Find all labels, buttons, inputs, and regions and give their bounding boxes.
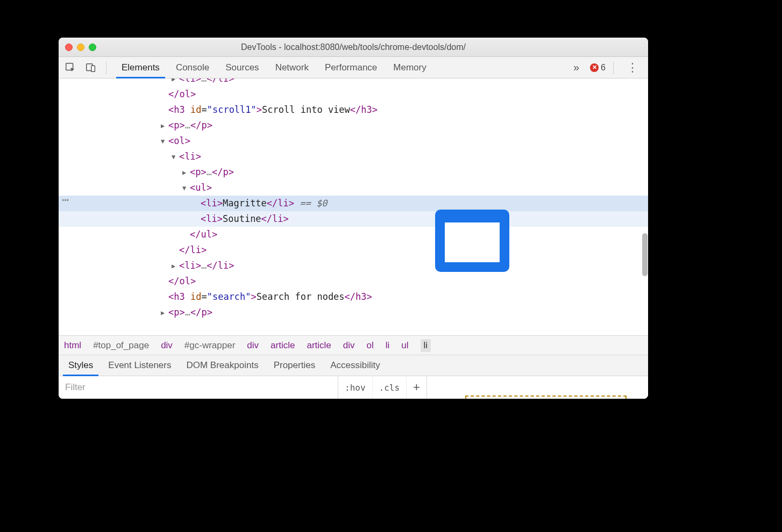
tree-spacer bbox=[193, 212, 201, 227]
breadcrumb-item[interactable]: li bbox=[421, 339, 431, 352]
styles-subtabs: StylesEvent ListenersDOM BreakpointsProp… bbox=[59, 355, 648, 376]
tab-network[interactable]: Network bbox=[268, 57, 316, 78]
svg-rect-2 bbox=[91, 66, 95, 71]
expand-icon[interactable] bbox=[172, 258, 179, 274]
panel-tabs: ElementsConsoleSourcesNetworkPerformance… bbox=[114, 57, 563, 78]
dom-node-row[interactable]: <ul> bbox=[59, 180, 648, 196]
collapse-icon[interactable] bbox=[182, 181, 190, 196]
dom-node-html: <li>…</li> bbox=[179, 78, 234, 84]
tree-spacer bbox=[161, 87, 168, 102]
inspect-element-icon[interactable] bbox=[63, 60, 78, 75]
dom-node-row[interactable]: </ul> bbox=[59, 227, 648, 242]
close-window-button[interactable] bbox=[65, 44, 73, 51]
dom-node-html: </ul> bbox=[190, 229, 217, 240]
dom-node-row[interactable]: <p>…</p> bbox=[59, 118, 648, 133]
toolbar-separator bbox=[613, 61, 614, 74]
subtab-properties[interactable]: Properties bbox=[266, 355, 323, 376]
tree-spacer bbox=[161, 290, 168, 305]
breadcrumb-item[interactable]: ul bbox=[401, 340, 408, 351]
expand-icon[interactable] bbox=[172, 78, 179, 87]
toolbar-separator bbox=[106, 61, 106, 74]
tab-memory[interactable]: Memory bbox=[386, 57, 433, 78]
error-icon: ✕ bbox=[590, 63, 599, 72]
dom-node-row[interactable]: <li>Soutine</li> bbox=[59, 211, 648, 227]
traffic-lights bbox=[65, 44, 96, 51]
dom-node-html: </li> bbox=[179, 245, 207, 255]
dom-node-html: </ol> bbox=[168, 276, 196, 286]
selected-row-marker: … bbox=[62, 190, 70, 205]
subtab-dom-breakpoints[interactable]: DOM Breakpoints bbox=[179, 355, 266, 376]
dom-node-row[interactable]: <h3 id="search">Search for nodes</h3> bbox=[59, 289, 648, 305]
breadcrumb-bar: html#top_of_pagediv#gc-wrapperdivarticle… bbox=[59, 335, 648, 355]
error-count[interactable]: ✕ 6 bbox=[590, 63, 606, 73]
dom-node-row[interactable]: <h3 id="scroll1">Scroll into view</h3> bbox=[59, 102, 648, 118]
breadcrumb-item[interactable]: ol bbox=[367, 340, 374, 351]
cls-toggle[interactable]: .cls bbox=[373, 376, 407, 399]
window-title: DevTools - localhost:8080/web/tools/chro… bbox=[59, 42, 648, 52]
subtab-accessibility[interactable]: Accessibility bbox=[323, 355, 388, 376]
breadcrumb-item[interactable]: div bbox=[161, 340, 173, 351]
dom-node-row[interactable]: </li> bbox=[59, 242, 648, 258]
dom-node-row[interactable]: <li> bbox=[59, 149, 648, 164]
tab-performance[interactable]: Performance bbox=[317, 57, 385, 78]
tab-console[interactable]: Console bbox=[168, 57, 217, 78]
dom-node-html: <h3 id="scroll1">Scroll into view</h3> bbox=[168, 104, 378, 115]
dom-node-html: <p>…</p> bbox=[168, 307, 212, 318]
styles-filter-input[interactable] bbox=[59, 376, 338, 399]
maximize-window-button[interactable] bbox=[89, 44, 96, 51]
tab-sources[interactable]: Sources bbox=[218, 57, 266, 78]
device-toggle-icon[interactable] bbox=[83, 60, 98, 75]
dom-node-html: <ul> bbox=[190, 182, 212, 193]
dom-node-row[interactable]: <p>…</p> bbox=[59, 305, 648, 320]
breadcrumb-item[interactable]: div bbox=[343, 340, 355, 351]
dom-node-row[interactable]: </ol> bbox=[59, 87, 648, 102]
expand-icon[interactable] bbox=[182, 165, 190, 180]
dom-node-row[interactable]: <p>…</p> bbox=[59, 164, 648, 180]
dom-node-html: </ol> bbox=[168, 89, 196, 99]
tree-spacer bbox=[161, 274, 168, 289]
dom-tree-panel[interactable]: <li>…</li> </ol> <h3 id="scroll1">Scroll… bbox=[59, 78, 648, 335]
tree-spacer bbox=[182, 227, 190, 242]
breadcrumb-item[interactable]: div bbox=[247, 340, 259, 351]
scrollbar-thumb[interactable] bbox=[642, 233, 648, 276]
breadcrumb-item[interactable]: li bbox=[386, 340, 390, 351]
dom-node-html: <h3 id="search">Search for nodes</h3> bbox=[168, 291, 372, 302]
breadcrumb-item[interactable]: article bbox=[307, 340, 331, 351]
dom-node-row[interactable]: <li>Magritte</li> == $0 bbox=[59, 196, 648, 211]
more-tabs-button[interactable]: » bbox=[568, 61, 585, 74]
minimize-window-button[interactable] bbox=[77, 44, 84, 51]
breadcrumb-item[interactable]: article bbox=[271, 340, 295, 351]
collapse-icon[interactable] bbox=[161, 134, 168, 149]
hov-toggle[interactable]: :hov bbox=[338, 376, 373, 399]
expand-icon[interactable] bbox=[161, 305, 168, 320]
dom-node-html: <p>…</p> bbox=[168, 120, 212, 131]
breadcrumb-item[interactable]: #top_of_page bbox=[93, 340, 149, 351]
tree-spacer bbox=[161, 103, 168, 118]
dom-node-row[interactable]: </ol> bbox=[59, 274, 648, 289]
error-count-value: 6 bbox=[601, 63, 606, 73]
breadcrumb-item[interactable]: #gc-wrapper bbox=[184, 340, 236, 351]
tab-elements[interactable]: Elements bbox=[114, 57, 167, 78]
styles-toolbar: :hov .cls + bbox=[59, 376, 648, 399]
collapse-icon[interactable] bbox=[172, 149, 179, 164]
subtab-styles[interactable]: Styles bbox=[61, 355, 101, 376]
main-toolbar: ElementsConsoleSourcesNetworkPerformance… bbox=[59, 57, 648, 78]
dom-node-html: <ol> bbox=[168, 135, 190, 146]
expand-icon[interactable] bbox=[161, 118, 168, 133]
subtab-event-listeners[interactable]: Event Listeners bbox=[101, 355, 179, 376]
dom-node-row[interactable]: <ol> bbox=[59, 133, 648, 149]
devtools-window: DevTools - localhost:8080/web/tools/chro… bbox=[59, 38, 648, 399]
tree-spacer bbox=[193, 196, 201, 211]
dom-node-row[interactable]: <li>…</li> bbox=[59, 258, 648, 274]
blue-overlay-square bbox=[435, 210, 509, 272]
scrollbar[interactable] bbox=[641, 120, 648, 271]
dom-node-html: <li>…</li> bbox=[179, 260, 234, 271]
kebab-menu-icon[interactable]: ⋮ bbox=[621, 61, 644, 75]
titlebar: DevTools - localhost:8080/web/tools/chro… bbox=[59, 38, 648, 57]
new-style-rule-button[interactable]: + bbox=[407, 380, 426, 394]
tree-spacer bbox=[172, 243, 179, 258]
dom-node-html: <li>Soutine</li> bbox=[201, 213, 289, 224]
box-model-fragment bbox=[465, 396, 627, 399]
breadcrumb-item[interactable]: html bbox=[64, 340, 81, 351]
dom-node-row[interactable]: <li>…</li> bbox=[59, 78, 648, 87]
